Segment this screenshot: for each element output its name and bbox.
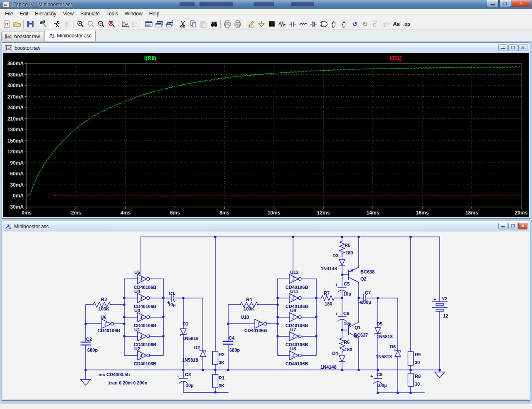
svg-text:U10: U10 xyxy=(241,315,249,320)
waveform-plot[interactable]: 0ms2ms4ms6ms8ms10ms12ms14ms16ms18ms20ms3… xyxy=(3,53,530,217)
window-title: LTspice IV - Miniboostor.asc xyxy=(11,2,73,7)
tile-windows-button[interactable] xyxy=(143,19,154,29)
minimize-button[interactable]: ▬ xyxy=(498,44,507,51)
svg-text:30mA: 30mA xyxy=(10,182,24,188)
schematic-drawing[interactable]: U5CD40106B U4CD40106B U3CD40106B U1CD401… xyxy=(3,232,530,399)
waveform-plot-area[interactable]: 0ms2ms4ms6ms8ms10ms12ms14ms16ms18ms20ms3… xyxy=(3,53,529,217)
find-button[interactable] xyxy=(209,19,219,29)
open-button[interactable] xyxy=(12,19,22,29)
rotate-button[interactable]: E xyxy=(381,19,391,29)
menu-help[interactable]: Help xyxy=(146,10,163,18)
wires[interactable] xyxy=(86,237,440,393)
schematic-window-titlebar[interactable]: Miniboostor.asc ▬ ❐ ✕ xyxy=(3,221,529,232)
mirror-button[interactable]: E xyxy=(370,19,381,29)
component-labels: U5CD40106B U4CD40106B U3CD40106B U1CD401… xyxy=(86,243,448,388)
svg-text:1N5818: 1N5818 xyxy=(182,336,199,341)
minimize-button[interactable]: ▬ xyxy=(498,223,507,229)
toolbar-separator xyxy=(23,20,24,28)
control-panel-button[interactable] xyxy=(38,19,49,29)
mdi-area: boostor.raw ▬ ❐ ✕ 0ms2ms4ms6ms8ms10ms12m… xyxy=(0,41,532,403)
menu-hierarchy[interactable]: Hierarchy xyxy=(32,10,59,18)
place-component-button[interactable] xyxy=(318,19,329,29)
cascade-windows-button[interactable] xyxy=(154,19,164,29)
restore-button[interactable]: ❐ xyxy=(508,44,517,51)
paste-button[interactable] xyxy=(198,19,209,29)
arrange-windows-button[interactable] xyxy=(164,19,175,29)
place-ground-button[interactable] xyxy=(256,19,266,29)
toolbar-separator xyxy=(220,20,221,28)
battery-v2[interactable] xyxy=(432,302,447,311)
resistor-symbols[interactable] xyxy=(93,241,345,351)
svg-text:U6: U6 xyxy=(101,315,106,320)
zoom-out-button[interactable] xyxy=(96,19,106,29)
svg-text:+: + xyxy=(433,297,436,302)
spice-directives[interactable]: .inc CD4000.lib .tran 0 20m 0 200n xyxy=(97,372,148,385)
new-schematic-button[interactable]: LT xyxy=(1,19,12,29)
cut-button[interactable] xyxy=(177,19,188,29)
svg-text:D5: D5 xyxy=(377,321,382,326)
svg-text:240mA: 240mA xyxy=(7,105,24,111)
svg-text:+: + xyxy=(167,300,170,305)
titlebar[interactable]: LT LTspice IV - Miniboostor.asc ▬ ❐ ✕ xyxy=(0,0,532,9)
waveform-window-titlebar[interactable]: boostor.raw ▬ ❐ ✕ xyxy=(3,43,529,53)
menu-view[interactable]: View xyxy=(59,10,77,18)
place-label-button[interactable]: A xyxy=(266,19,277,29)
place-capacitor-button[interactable] xyxy=(287,19,298,29)
legend-I(R8)[interactable]: I(R8) xyxy=(144,55,156,61)
undo-button[interactable]: ↺ xyxy=(350,19,360,29)
svg-text:90mA: 90mA xyxy=(10,160,24,166)
legend-I(R1)[interactable]: I(R1) xyxy=(389,55,401,61)
restore-button[interactable]: ❐ xyxy=(499,0,511,7)
zoom-back-button[interactable] xyxy=(86,19,96,29)
close-button[interactable]: ✕ xyxy=(512,0,530,7)
tab-boostor-raw[interactable]: boostor.raw xyxy=(1,32,44,41)
menu-edit[interactable]: Edit xyxy=(16,10,32,18)
svg-text:U11: U11 xyxy=(290,289,298,294)
close-button[interactable]: ✕ xyxy=(518,44,527,51)
redo-button[interactable]: ↻ xyxy=(360,19,370,29)
minimize-button[interactable]: ▬ xyxy=(487,0,499,7)
place-text-button[interactable]: Aa xyxy=(391,19,401,29)
svg-text:3K: 3K xyxy=(219,360,224,365)
svg-text:10µ: 10µ xyxy=(343,291,351,296)
close-button[interactable]: ✕ xyxy=(518,223,527,229)
place-diode-button[interactable] xyxy=(308,19,318,29)
place-inductor-button[interactable] xyxy=(298,19,308,29)
svg-text:V2: V2 xyxy=(442,296,447,301)
restore-button[interactable]: ❐ xyxy=(508,223,517,229)
save-button[interactable] xyxy=(25,19,35,29)
spice-directive-button[interactable]: .op xyxy=(401,19,412,29)
plot-settings-button[interactable] xyxy=(130,19,140,29)
svg-text:D1: D1 xyxy=(182,321,188,326)
draw-wire-button[interactable] xyxy=(246,19,256,29)
print-button[interactable] xyxy=(222,19,232,29)
svg-text:BC638: BC638 xyxy=(360,269,374,274)
svg-text:20ms: 20ms xyxy=(515,210,528,216)
tab-label: Miniboostor.asc xyxy=(57,33,91,39)
schematic-canvas[interactable]: U5CD40106B U4CD40106B U3CD40106B U1CD401… xyxy=(3,232,529,399)
waveform-window-controls: ▬ ❐ ✕ xyxy=(498,44,527,51)
zoom-full-extents-button[interactable] xyxy=(106,19,117,29)
svg-text:4ms: 4ms xyxy=(121,210,131,216)
svg-text:R5: R5 xyxy=(345,243,350,248)
toolbar-separator xyxy=(50,20,50,28)
move-button[interactable] xyxy=(329,19,339,29)
menu-file[interactable]: File xyxy=(2,10,16,18)
toolbar-separator xyxy=(244,20,244,28)
zoom-in-button[interactable] xyxy=(75,19,86,29)
svg-text:0ms: 0ms xyxy=(22,210,32,216)
copy-button[interactable] xyxy=(188,19,198,29)
svg-text:180: 180 xyxy=(345,250,353,255)
menu-window[interactable]: Window xyxy=(121,10,146,18)
place-resistor-button[interactable] xyxy=(277,19,287,29)
menu-tools[interactable]: Tools xyxy=(103,10,121,18)
halt-button[interactable] xyxy=(62,19,72,29)
run-button[interactable] xyxy=(52,19,62,29)
waveform-icon xyxy=(5,34,12,39)
drag-button[interactable] xyxy=(339,19,350,29)
menu-simulate[interactable]: Simulate xyxy=(77,10,103,18)
waveform-window: boostor.raw ▬ ❐ ✕ 0ms2ms4ms6ms8ms10ms12m… xyxy=(2,42,530,219)
autorange-y-button[interactable] xyxy=(120,19,130,29)
tab-miniboostor-asc[interactable]: Miniboostor.asc xyxy=(44,30,96,41)
print-preview-button[interactable] xyxy=(232,19,243,29)
